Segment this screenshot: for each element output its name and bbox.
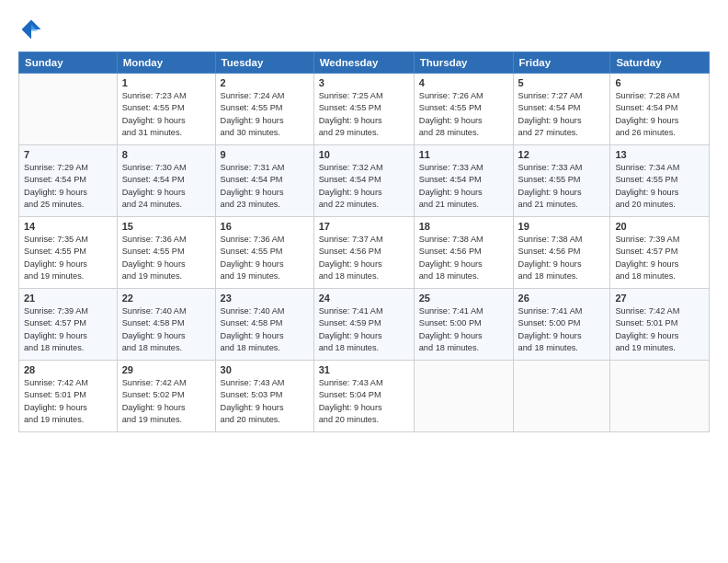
cell-content: Sunrise: 7:39 AM Sunset: 4:57 PM Dayligh… xyxy=(24,305,112,354)
week-row: 28Sunrise: 7:42 AM Sunset: 5:01 PM Dayli… xyxy=(19,361,710,432)
day-number: 21 xyxy=(24,293,112,304)
day-number: 26 xyxy=(518,293,606,304)
day-number: 15 xyxy=(122,221,210,232)
day-header: Wednesday xyxy=(313,52,414,74)
calendar: SundayMondayTuesdayWednesdayThursdayFrid… xyxy=(18,52,710,432)
day-number: 19 xyxy=(518,221,606,232)
cell-content: Sunrise: 7:36 AM Sunset: 4:55 PM Dayligh… xyxy=(122,234,210,282)
day-number: 25 xyxy=(419,293,508,304)
calendar-cell: 8Sunrise: 7:30 AM Sunset: 4:54 PM Daylig… xyxy=(117,145,215,217)
calendar-cell: 2Sunrise: 7:24 AM Sunset: 4:55 PM Daylig… xyxy=(215,74,313,145)
logo-icon xyxy=(18,17,44,42)
cell-content: Sunrise: 7:38 AM Sunset: 4:56 PM Dayligh… xyxy=(419,234,508,282)
cell-content: Sunrise: 7:39 AM Sunset: 4:57 PM Dayligh… xyxy=(615,234,704,282)
calendar-cell: 11Sunrise: 7:33 AM Sunset: 4:54 PM Dayli… xyxy=(414,145,513,217)
calendar-cell: 20Sunrise: 7:39 AM Sunset: 4:57 PM Dayli… xyxy=(610,217,710,289)
calendar-cell: 27Sunrise: 7:42 AM Sunset: 5:01 PM Dayli… xyxy=(610,289,710,361)
cell-content: Sunrise: 7:26 AM Sunset: 4:55 PM Dayligh… xyxy=(419,90,508,139)
calendar-cell: 7Sunrise: 7:29 AM Sunset: 4:54 PM Daylig… xyxy=(19,145,118,217)
week-row: 7Sunrise: 7:29 AM Sunset: 4:54 PM Daylig… xyxy=(19,145,710,217)
day-number: 24 xyxy=(319,293,409,304)
day-header: Tuesday xyxy=(215,52,313,74)
day-number: 18 xyxy=(419,221,508,232)
cell-content: Sunrise: 7:32 AM Sunset: 4:54 PM Dayligh… xyxy=(319,162,409,211)
calendar-cell: 4Sunrise: 7:26 AM Sunset: 4:55 PM Daylig… xyxy=(414,74,513,145)
day-number: 13 xyxy=(615,149,704,160)
calendar-cell: 12Sunrise: 7:33 AM Sunset: 4:55 PM Dayli… xyxy=(513,145,610,217)
day-header: Friday xyxy=(513,52,610,74)
calendar-cell: 5Sunrise: 7:27 AM Sunset: 4:54 PM Daylig… xyxy=(513,74,610,145)
calendar-cell: 17Sunrise: 7:37 AM Sunset: 4:56 PM Dayli… xyxy=(313,217,414,289)
day-number: 11 xyxy=(419,149,508,160)
day-number: 20 xyxy=(615,221,704,232)
calendar-cell: 13Sunrise: 7:34 AM Sunset: 4:55 PM Dayli… xyxy=(610,145,710,217)
day-number: 30 xyxy=(221,364,309,375)
cell-content: Sunrise: 7:33 AM Sunset: 4:55 PM Dayligh… xyxy=(518,162,606,211)
cell-content: Sunrise: 7:43 AM Sunset: 5:03 PM Dayligh… xyxy=(221,377,309,426)
cell-content: Sunrise: 7:37 AM Sunset: 4:56 PM Dayligh… xyxy=(319,234,409,282)
cell-content: Sunrise: 7:38 AM Sunset: 4:56 PM Dayligh… xyxy=(518,234,606,282)
calendar-cell: 30Sunrise: 7:43 AM Sunset: 5:03 PM Dayli… xyxy=(215,361,313,432)
cell-content: Sunrise: 7:34 AM Sunset: 4:55 PM Dayligh… xyxy=(615,162,704,211)
day-number: 29 xyxy=(122,364,210,375)
day-number: 17 xyxy=(319,221,409,232)
day-header: Thursday xyxy=(414,52,513,74)
day-number: 16 xyxy=(221,221,309,232)
week-row: 14Sunrise: 7:35 AM Sunset: 4:55 PM Dayli… xyxy=(19,217,710,289)
calendar-cell: 14Sunrise: 7:35 AM Sunset: 4:55 PM Dayli… xyxy=(19,217,118,289)
day-number: 23 xyxy=(221,293,309,304)
cell-content: Sunrise: 7:41 AM Sunset: 4:59 PM Dayligh… xyxy=(319,305,409,354)
calendar-cell: 23Sunrise: 7:40 AM Sunset: 4:58 PM Dayli… xyxy=(215,289,313,361)
day-number: 7 xyxy=(24,149,112,160)
cell-content: Sunrise: 7:42 AM Sunset: 5:01 PM Dayligh… xyxy=(615,305,704,354)
cell-content: Sunrise: 7:29 AM Sunset: 4:54 PM Dayligh… xyxy=(24,162,112,211)
day-number: 4 xyxy=(419,77,508,88)
cell-content: Sunrise: 7:35 AM Sunset: 4:55 PM Dayligh… xyxy=(24,234,112,282)
day-number: 31 xyxy=(319,364,409,375)
cell-content: Sunrise: 7:43 AM Sunset: 5:04 PM Dayligh… xyxy=(319,377,409,426)
cell-content: Sunrise: 7:36 AM Sunset: 4:55 PM Dayligh… xyxy=(221,234,309,282)
calendar-cell xyxy=(414,361,513,432)
calendar-cell: 10Sunrise: 7:32 AM Sunset: 4:54 PM Dayli… xyxy=(313,145,414,217)
calendar-cell: 31Sunrise: 7:43 AM Sunset: 5:04 PM Dayli… xyxy=(313,361,414,432)
calendar-cell: 19Sunrise: 7:38 AM Sunset: 4:56 PM Dayli… xyxy=(513,217,610,289)
calendar-cell: 16Sunrise: 7:36 AM Sunset: 4:55 PM Dayli… xyxy=(215,217,313,289)
calendar-cell: 15Sunrise: 7:36 AM Sunset: 4:55 PM Dayli… xyxy=(117,217,215,289)
calendar-cell xyxy=(19,74,118,145)
header-row: SundayMondayTuesdayWednesdayThursdayFrid… xyxy=(19,52,710,74)
calendar-cell xyxy=(513,361,610,432)
day-number: 12 xyxy=(518,149,606,160)
day-number: 14 xyxy=(24,221,112,232)
day-number: 27 xyxy=(615,293,704,304)
cell-content: Sunrise: 7:33 AM Sunset: 4:54 PM Dayligh… xyxy=(419,162,508,211)
day-number: 9 xyxy=(221,149,309,160)
header xyxy=(18,17,710,42)
week-row: 1Sunrise: 7:23 AM Sunset: 4:55 PM Daylig… xyxy=(19,74,710,145)
calendar-cell: 22Sunrise: 7:40 AM Sunset: 4:58 PM Dayli… xyxy=(117,289,215,361)
cell-content: Sunrise: 7:23 AM Sunset: 4:55 PM Dayligh… xyxy=(122,90,210,139)
day-header: Saturday xyxy=(610,52,710,74)
cell-content: Sunrise: 7:40 AM Sunset: 4:58 PM Dayligh… xyxy=(221,305,309,354)
cell-content: Sunrise: 7:30 AM Sunset: 4:54 PM Dayligh… xyxy=(122,162,210,211)
page: SundayMondayTuesdayWednesdayThursdayFrid… xyxy=(0,0,728,563)
day-number: 5 xyxy=(518,77,606,88)
calendar-cell xyxy=(610,361,710,432)
day-number: 8 xyxy=(122,149,210,160)
day-number: 22 xyxy=(122,293,210,304)
day-number: 6 xyxy=(615,77,704,88)
calendar-cell: 3Sunrise: 7:25 AM Sunset: 4:55 PM Daylig… xyxy=(313,74,414,145)
week-row: 21Sunrise: 7:39 AM Sunset: 4:57 PM Dayli… xyxy=(19,289,710,361)
day-number: 2 xyxy=(221,77,309,88)
cell-content: Sunrise: 7:31 AM Sunset: 4:54 PM Dayligh… xyxy=(221,162,309,211)
day-header: Monday xyxy=(117,52,215,74)
day-number: 28 xyxy=(24,364,112,375)
cell-content: Sunrise: 7:25 AM Sunset: 4:55 PM Dayligh… xyxy=(319,90,409,139)
cell-content: Sunrise: 7:28 AM Sunset: 4:54 PM Dayligh… xyxy=(615,90,704,139)
calendar-cell: 6Sunrise: 7:28 AM Sunset: 4:54 PM Daylig… xyxy=(610,74,710,145)
calendar-cell: 21Sunrise: 7:39 AM Sunset: 4:57 PM Dayli… xyxy=(19,289,118,361)
logo xyxy=(18,17,48,42)
day-number: 3 xyxy=(319,77,409,88)
calendar-cell: 9Sunrise: 7:31 AM Sunset: 4:54 PM Daylig… xyxy=(215,145,313,217)
calendar-cell: 18Sunrise: 7:38 AM Sunset: 4:56 PM Dayli… xyxy=(414,217,513,289)
cell-content: Sunrise: 7:41 AM Sunset: 5:00 PM Dayligh… xyxy=(419,305,508,354)
